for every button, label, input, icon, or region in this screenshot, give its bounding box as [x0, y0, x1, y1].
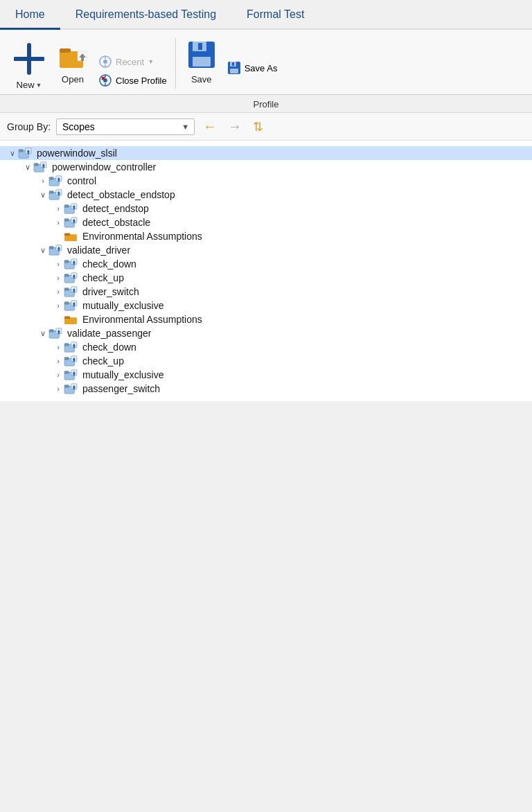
sort-button[interactable]: ⇅	[250, 118, 266, 136]
tree-toggle-11[interactable]: ›	[53, 288, 64, 296]
svg-point-8	[103, 60, 107, 64]
svg-rect-19	[193, 57, 211, 67]
tree-node-18[interactable]: › passenger_switch	[0, 382, 532, 396]
svg-rect-51	[64, 219, 69, 222]
svg-rect-63	[64, 261, 69, 263]
tree-icon-7	[64, 231, 80, 242]
open-button[interactable]: Open	[51, 35, 94, 91]
tab-formal[interactable]: Formal Test	[231, 1, 319, 30]
tree-node-6[interactable]: › detect_obstacle	[0, 215, 532, 229]
tree-icon-17	[64, 369, 80, 380]
group-by-select[interactable]: Scopes	[56, 118, 195, 135]
svg-rect-71	[73, 276, 76, 279]
tree-icon-5	[64, 203, 80, 214]
tree-toggle-17[interactable]: ›	[53, 371, 64, 379]
new-dropdown-arrow: ▼	[36, 82, 42, 89]
svg-rect-46	[64, 205, 69, 208]
svg-rect-100	[64, 371, 69, 374]
tree-label-5: detect_endstop	[82, 203, 149, 214]
tree-node-2[interactable]: ∨ powerwindow_controller	[0, 160, 532, 174]
svg-rect-54	[73, 221, 76, 223]
svg-rect-105	[64, 385, 69, 388]
tree-toggle-8[interactable]: ∨	[37, 246, 48, 255]
tree-node-9[interactable]: › check_down	[0, 257, 532, 271]
tree-toggle-10[interactable]: ›	[53, 274, 64, 282]
tree-icon-16	[64, 355, 80, 367]
save-as-group: Save As	[223, 35, 282, 91]
recent-label: Recent	[116, 57, 144, 67]
save-as-icon	[227, 61, 241, 75]
tree-node-10[interactable]: › check_up	[0, 271, 532, 285]
group-by-label: Group By:	[7, 121, 51, 132]
close-profile-label: Close Profile	[116, 76, 167, 86]
tree-toggle-12[interactable]: ›	[53, 301, 64, 310]
tree-node-14[interactable]: ∨ validate_passenger	[0, 326, 532, 340]
svg-rect-61	[58, 249, 60, 251]
svg-rect-93	[73, 346, 76, 348]
new-button-label: New ▼	[17, 80, 42, 90]
nav-back-button[interactable]: ←	[200, 117, 220, 136]
tab-requirements[interactable]: Requirements-based Testing	[60, 1, 231, 30]
tree-toggle-18[interactable]: ›	[53, 385, 64, 393]
save-as-button[interactable]: Save As	[223, 60, 282, 76]
svg-rect-66	[73, 263, 76, 265]
svg-rect-103	[73, 373, 76, 376]
save-button[interactable]: Save	[180, 35, 223, 91]
tree-toggle-3[interactable]: ›	[37, 177, 48, 185]
svg-rect-24	[232, 62, 234, 66]
tree-toggle-1[interactable]: ∨	[7, 149, 18, 158]
tree-icon-8	[48, 245, 64, 256]
tree-node-4[interactable]: ∨ detect_obstacle_endstop	[0, 188, 532, 202]
close-profile-button[interactable]: Close Profile	[94, 72, 171, 89]
tree-node-5[interactable]: › detect_endstop	[0, 202, 532, 215]
tree-icon-2	[33, 161, 49, 173]
tree-toggle-16[interactable]: ›	[53, 357, 64, 365]
group-by-select-wrapper: Scopes	[56, 118, 195, 135]
svg-rect-3	[60, 48, 71, 53]
tree-label-2: powerwindow_controller	[52, 161, 156, 173]
tree-toggle-4[interactable]: ∨	[37, 191, 48, 200]
tree-toggle-2[interactable]: ∨	[22, 163, 33, 172]
tree-toggle-9[interactable]: ›	[53, 260, 64, 268]
tree-label-3: control	[67, 175, 96, 186]
tree-label-12: mutually_exclusive	[82, 300, 164, 311]
open-icon	[58, 38, 87, 74]
toolbar: Group By: Scopes ← → ⇅	[0, 113, 532, 141]
tree-icon-6	[64, 217, 80, 228]
svg-rect-41	[49, 191, 53, 194]
tree-toggle-6[interactable]: ›	[53, 218, 64, 227]
recent-button[interactable]: Recent ▼	[94, 53, 171, 70]
svg-rect-73	[64, 288, 69, 291]
tree-node-1[interactable]: ∨ powerwindow_slsil	[0, 146, 532, 160]
tree-container: ∨ powerwindow_slsil∨ powerwindow_control…	[0, 141, 532, 401]
nav-forward-button[interactable]: →	[225, 117, 245, 136]
tree-node-11[interactable]: › driver_switch	[0, 285, 532, 299]
tree-node-8[interactable]: ∨ validate_driver	[0, 243, 532, 257]
tree-node-7[interactable]: Environmental Assumptions	[0, 229, 532, 243]
tree-label-6: detect_obstacle	[82, 217, 150, 228]
svg-rect-68	[64, 274, 69, 277]
svg-rect-31	[34, 164, 38, 166]
svg-rect-49	[73, 207, 76, 209]
tree-node-13[interactable]: Environmental Assumptions	[0, 312, 532, 326]
tree-toggle-15[interactable]: ›	[53, 343, 64, 351]
tree-node-15[interactable]: › check_down	[0, 340, 532, 354]
tree-node-17[interactable]: › mutually_exclusive	[0, 368, 532, 382]
tree-icon-9	[64, 258, 80, 270]
tree-toggle-5[interactable]: ›	[53, 204, 64, 213]
tree-node-16[interactable]: › check_up	[0, 354, 532, 368]
svg-rect-98	[73, 360, 76, 362]
tree-node-3[interactable]: › control	[0, 174, 532, 188]
tree-icon-11	[64, 286, 80, 297]
tree-icon-15	[64, 342, 80, 353]
tree-node-12[interactable]: › mutually_exclusive	[0, 299, 532, 312]
tree-label-11: driver_switch	[82, 286, 139, 297]
tree-label-7: Environmental Assumptions	[82, 231, 202, 242]
svg-rect-78	[64, 302, 69, 305]
tab-home[interactable]: Home	[0, 1, 60, 30]
tree-label-14: validate_passenger	[67, 328, 151, 339]
new-button[interactable]: New ▼	[7, 35, 51, 91]
tree-toggle-14[interactable]: ∨	[37, 329, 48, 338]
tree-label-15: check_down	[82, 342, 136, 353]
tree-label-8: validate_driver	[67, 245, 130, 256]
